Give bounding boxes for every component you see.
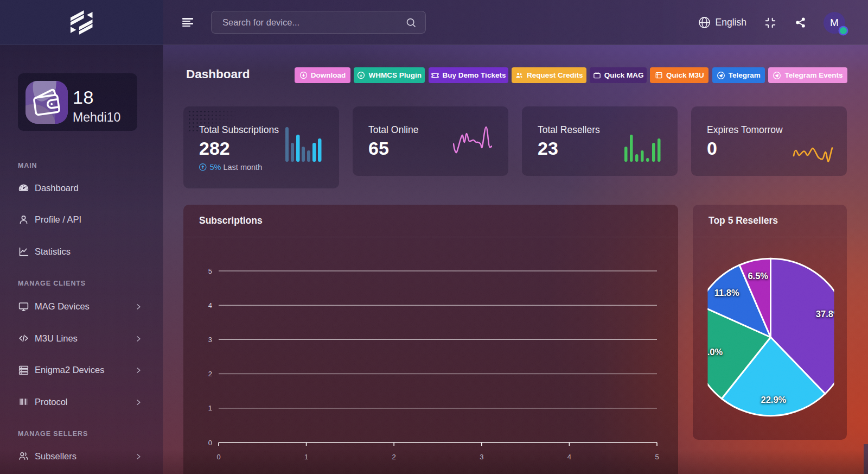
svg-text:0: 0	[216, 453, 220, 461]
svg-text:6.5%: 6.5%	[748, 271, 768, 281]
svg-text:2: 2	[392, 453, 396, 461]
svg-text:1: 1	[304, 453, 308, 461]
svg-text:21.0%: 21.0%	[697, 347, 723, 357]
svg-text:22.9%: 22.9%	[761, 395, 787, 405]
svg-text:3: 3	[480, 453, 483, 461]
svg-text:37.8%: 37.8%	[816, 309, 841, 319]
svg-text:11.8%: 11.8%	[714, 288, 739, 298]
svg-text:5: 5	[208, 267, 212, 275]
svg-text:1: 1	[208, 404, 212, 412]
svg-text:5: 5	[655, 453, 659, 461]
svg-text:3: 3	[208, 336, 212, 344]
svg-text:4: 4	[567, 453, 571, 461]
svg-text:0: 0	[208, 439, 212, 447]
svg-text:2: 2	[208, 370, 212, 378]
svg-text:4: 4	[208, 301, 212, 309]
